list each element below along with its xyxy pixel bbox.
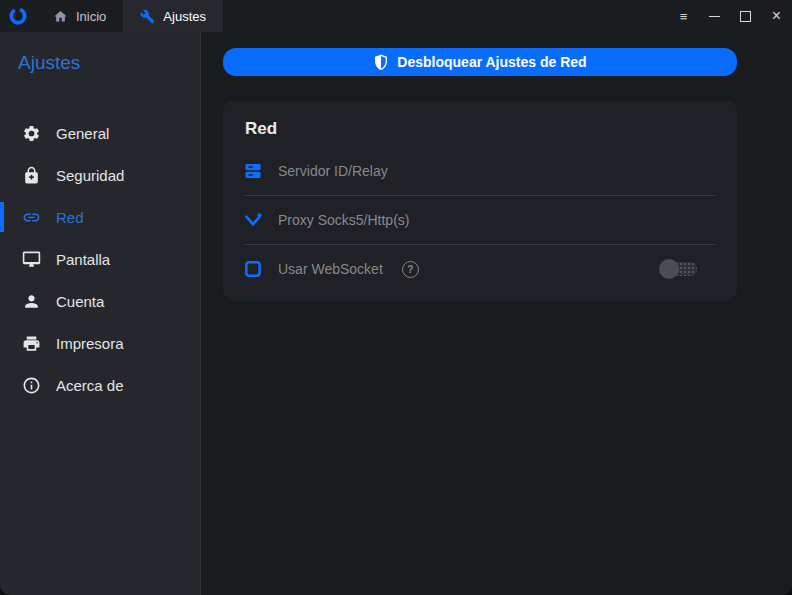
tab-inicio[interactable]: Inicio: [36, 0, 123, 32]
row-label: Usar WebSocket: [278, 261, 383, 277]
unlock-network-settings-button[interactable]: Desbloquear Ajustes de Red: [223, 48, 737, 76]
wrench-icon: [140, 9, 155, 24]
sidebar-item-label: Red: [56, 209, 84, 226]
lock-icon: [22, 166, 41, 185]
info-icon: [22, 376, 41, 395]
sidebar-item-seguridad[interactable]: Seguridad: [0, 154, 200, 196]
shield-icon: [373, 54, 389, 70]
maximize-button[interactable]: [730, 0, 761, 32]
sidebar-title: Ajustes: [0, 52, 200, 74]
websocket-toggle[interactable]: [659, 259, 699, 279]
tab-bar: Inicio Ajustes ≡ ×: [0, 0, 792, 32]
row-proxy[interactable]: Proxy Socks5/Http(s): [243, 196, 717, 244]
sidebar-item-pantalla[interactable]: Pantalla: [0, 238, 200, 280]
sidebar-item-label: Cuenta: [56, 293, 104, 310]
sidebar-item-cuenta[interactable]: Cuenta: [0, 280, 200, 322]
gear-icon: [22, 124, 41, 143]
row-label: Servidor ID/Relay: [278, 163, 388, 179]
tab-ajustes[interactable]: Ajustes: [123, 0, 223, 32]
sidebar-item-label: Pantalla: [56, 251, 110, 268]
toggle-knob: [659, 259, 679, 279]
network-card: Red Servidor ID/Relay: [223, 101, 737, 301]
person-icon: [22, 292, 41, 311]
row-id-relay-server[interactable]: Servidor ID/Relay: [243, 147, 717, 195]
server-icon: [243, 161, 263, 181]
sidebar-menu: General Seguridad Red: [0, 112, 200, 406]
settings-sidebar: Ajustes General Seguridad: [0, 32, 201, 595]
row-websocket[interactable]: Usar WebSocket ?: [243, 245, 717, 293]
tab-label: Ajustes: [163, 9, 206, 24]
tab-label: Inicio: [76, 9, 106, 24]
checkbox-icon: [243, 259, 263, 279]
sidebar-item-label: General: [56, 125, 109, 142]
home-icon: [53, 9, 68, 24]
close-icon: ×: [772, 7, 781, 25]
sidebar-item-impresora[interactable]: Impresora: [0, 322, 200, 364]
sidebar-item-label: Impresora: [56, 335, 124, 352]
menu-button[interactable]: ≡: [668, 0, 699, 32]
minimize-icon: [709, 16, 720, 17]
card-title: Red: [245, 119, 717, 139]
close-button[interactable]: ×: [761, 0, 792, 32]
sidebar-item-label: Acerca de: [56, 377, 124, 394]
help-icon[interactable]: ?: [402, 261, 419, 278]
menu-icon: ≡: [680, 9, 688, 24]
row-label: Proxy Socks5/Http(s): [278, 212, 409, 228]
maximize-icon: [740, 11, 751, 22]
minimize-button[interactable]: [699, 0, 730, 32]
app-logo-icon: [0, 0, 36, 32]
printer-icon: [22, 334, 41, 353]
monitor-icon: [22, 250, 41, 269]
app-window: Inicio Ajustes ≡ ×: [0, 0, 792, 595]
sidebar-item-general[interactable]: General: [0, 112, 200, 154]
unlock-button-label: Desbloquear Ajustes de Red: [397, 54, 586, 70]
sidebar-item-red[interactable]: Red: [0, 196, 200, 238]
link-icon: [22, 208, 41, 227]
window-controls: ≡ ×: [668, 0, 792, 32]
sidebar-item-acerca-de[interactable]: Acerca de: [0, 364, 200, 406]
proxy-icon: [243, 210, 263, 230]
network-settings-panel: Desbloquear Ajustes de Red Red Servidor …: [201, 32, 792, 595]
sidebar-item-label: Seguridad: [56, 167, 124, 184]
